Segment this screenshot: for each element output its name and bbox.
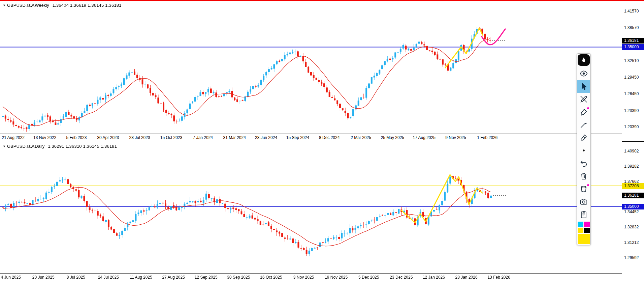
paint-bucket-icon [579, 185, 588, 193]
daily-symbol-title: GBPUSD.raw,Daily [7, 144, 44, 149]
bucket-color-dot [587, 184, 589, 186]
price-tick-label: 1.41570 [622, 8, 644, 14]
price-tick-label: 1.31212 [622, 240, 644, 245]
date-label: 5 Feb 2023 [66, 135, 87, 140]
date-label: 30 Sep 2025 [227, 275, 250, 280]
date-label: 24 Jul 2025 [98, 275, 119, 280]
delete-tool[interactable] [577, 170, 590, 182]
date-label: 12 Sep 2025 [195, 275, 218, 280]
weekly-symbol-title: GBPUSD.raw,Weekly [7, 3, 49, 8]
weekly-price-axis[interactable]: 1.415701.385701.325101.294501.264501.233… [622, 1, 644, 134]
undo-arrow-icon [579, 159, 588, 168]
pencil-tool[interactable] [577, 118, 590, 131]
daily-chart-header: ▼GBPUSD.raw,Daily1.36291 1.36310 1.36145… [3, 144, 117, 149]
date-label: 23 Jul 2023 [129, 135, 150, 140]
date-label: 13 Feb 2026 [487, 275, 510, 280]
weekly-date-axis[interactable]: 21 Aug 202213 Nov 20225 Feb 202330 Apr 2… [0, 134, 622, 142]
date-label: 11 Aug 2025 [130, 275, 152, 280]
date-label: 9 Nov 2025 [445, 135, 466, 140]
weekly-ohlc-values: 1.36404 1.36619 1.36145 1.36181 [53, 3, 122, 8]
date-label: 20 Jun 2025 [32, 275, 55, 280]
color-palette [577, 221, 590, 244]
top-red-horizontal-line [0, 0, 644, 1]
date-label: 19 Nov 2025 [325, 275, 348, 280]
date-label: 8 Jul 2025 [67, 275, 85, 280]
date-label: 28 Jan 2026 [455, 275, 478, 280]
date-label: 12 Jan 2026 [423, 275, 445, 280]
price-tick-label: 1.20390 [622, 124, 644, 130]
daily-date-axis[interactable]: 4 Jun 202520 Jun 20258 Jul 202524 Jul 20… [0, 273, 622, 281]
clipboard-tool[interactable] [577, 208, 590, 221]
date-label: 3 Nov 2025 [293, 275, 314, 280]
price-tick-label: 1.39282 [622, 164, 644, 169]
marker-pen-icon [579, 108, 588, 116]
weekly-chart-header: ▼GBPUSD.raw,Weekly1.36404 1.36619 1.3614… [3, 3, 122, 8]
price-tick-label: 1.29592 [622, 255, 644, 260]
eraser-tool[interactable] [577, 131, 590, 144]
eraser-icon [579, 133, 588, 142]
date-label: 31 Mar 2024 [223, 135, 246, 140]
visibility-tool[interactable] [577, 67, 590, 80]
date-label: 25 May 2025 [381, 135, 404, 140]
current-color-swatch[interactable] [578, 234, 590, 244]
undo-tool[interactable] [577, 157, 590, 170]
date-label: 27 Aug 2025 [162, 275, 185, 280]
hline-price-badge: 1.35000 [622, 44, 644, 50]
trading-app-window: { "window": { "top_line_color": "#f40000… [0, 0, 644, 281]
camera-icon [579, 197, 588, 206]
swatch-yellow[interactable] [578, 228, 583, 233]
date-label: 5 Dec 2025 [358, 275, 379, 280]
price-tick-label: 1.29450 [622, 75, 644, 80]
eye-icon [579, 69, 588, 78]
date-label: 4 Jun 2025 [1, 275, 21, 280]
screenshot-tool[interactable] [577, 195, 590, 208]
date-label: 23 Dec 2025 [390, 275, 413, 280]
cursor-tool[interactable] [577, 80, 590, 93]
last-price-badge: 1.36181 [622, 38, 644, 44]
pencil-line-icon [579, 120, 588, 129]
price-tick-label: 1.38570 [622, 25, 644, 30]
daily-price-axis[interactable]: 1.409021.392821.376621.344521.328321.312… [622, 142, 644, 273]
price-tick-label: 1.40902 [622, 148, 644, 154]
paint-bucket-tool[interactable] [577, 182, 590, 195]
symbol-collapse-arrow-icon[interactable]: ▼ [3, 4, 6, 7]
trash-icon [579, 172, 588, 180]
date-label: 17 Aug 2025 [413, 135, 435, 140]
weekly-chart-canvas[interactable] [0, 1, 622, 134]
date-label: 2 Mar 2025 [351, 135, 371, 140]
ink-drop-icon [580, 56, 587, 64]
hline-price-badge: 1.37208 [622, 183, 644, 189]
price-tick-label: 1.34452 [622, 209, 644, 215]
date-label: 7 Jan 2024 [193, 135, 213, 140]
price-tick-label: 1.26450 [622, 91, 644, 96]
last-price-badge: 1.36181 [622, 193, 644, 198]
pen-disabled-tool[interactable] [577, 93, 590, 106]
date-label: 21 Aug 2022 [2, 135, 25, 140]
date-label: 15 Oct 2023 [160, 135, 182, 140]
date-label: 13 Nov 2022 [33, 135, 56, 140]
drawing-toolbar [577, 53, 591, 245]
date-label: 1 Feb 2026 [477, 135, 498, 140]
marker-color-dot [587, 107, 589, 109]
clipboard-icon [579, 210, 588, 219]
swatch-magenta[interactable] [584, 222, 590, 227]
date-label: 30 Apr 2023 [97, 135, 119, 140]
hline-price-badge: 1.35000 [622, 204, 644, 209]
pen-slash-icon [579, 95, 588, 104]
date-label: 15 Sep 2024 [286, 135, 309, 140]
daily-ohlc-values: 1.36291 1.36310 1.36145 1.36181 [48, 144, 117, 149]
price-tick-label: 1.23390 [622, 108, 644, 113]
swatch-cyan[interactable] [578, 222, 583, 227]
drawing-toolbar-handle[interactable] [578, 54, 590, 66]
daily-chart-canvas[interactable] [0, 142, 622, 273]
symbol-collapse-arrow-icon[interactable]: ▼ [3, 145, 6, 148]
dot-icon [579, 146, 588, 155]
swatch-black[interactable] [584, 228, 590, 233]
marker-tool[interactable] [577, 106, 590, 118]
price-tick-label: 1.32832 [622, 224, 644, 230]
date-label: 23 Jun 2024 [255, 135, 277, 140]
date-label: 8 Dec 2024 [319, 135, 340, 140]
point-tool[interactable] [577, 144, 590, 157]
date-label: 16 Oct 2025 [260, 275, 282, 280]
cursor-arrow-icon [579, 82, 588, 91]
